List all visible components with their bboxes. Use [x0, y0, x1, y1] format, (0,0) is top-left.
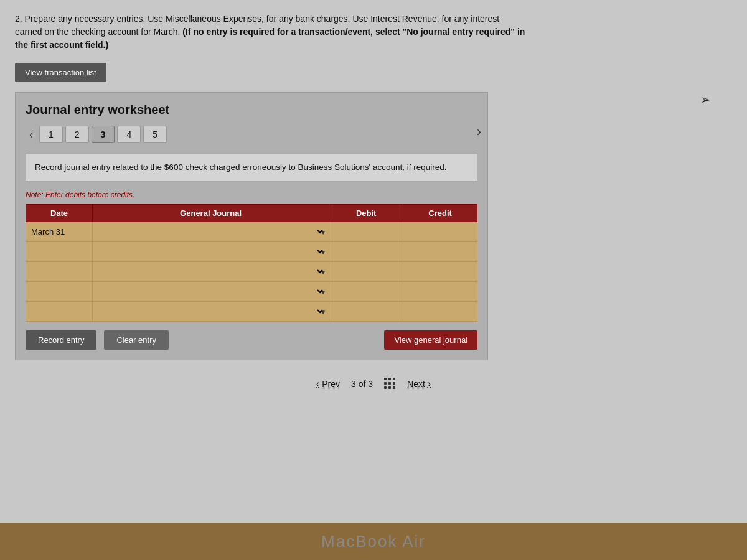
debit-input-4[interactable] [333, 287, 399, 296]
journal-cell-3[interactable]: ▼ [92, 262, 329, 282]
tab-navigation: ‹ 1 2 3 4 5 [26, 126, 477, 143]
credit-input-3[interactable] [407, 267, 473, 276]
pagination-bar: Prev 3 of 3 Next [15, 378, 732, 390]
tab-4[interactable]: 4 [117, 126, 141, 143]
col-header-credit: Credit [403, 205, 477, 222]
date-cell-4 [26, 282, 93, 302]
journal-select-3[interactable] [96, 266, 325, 277]
debit-cell-2[interactable] [329, 242, 403, 262]
page-count: 3 of 3 [351, 379, 373, 389]
credit-input-5[interactable] [407, 307, 473, 316]
record-description: Record journal entry related to the $600… [26, 153, 477, 182]
macbook-bar: MacBook Air [0, 523, 747, 560]
tab-5[interactable]: 5 [143, 126, 167, 143]
bottom-buttons: Record entry Clear entry View general jo… [26, 330, 477, 350]
date-cell-1: March 31 [26, 222, 93, 242]
credit-cell-2[interactable] [403, 242, 477, 262]
credit-cell-3[interactable] [403, 262, 477, 282]
prev-label: Prev [322, 379, 340, 389]
debit-input-2[interactable] [333, 247, 399, 256]
macbook-label: MacBook Air [321, 532, 426, 551]
debit-cell-1[interactable] [329, 222, 403, 242]
tab-1[interactable]: 1 [39, 126, 63, 143]
table-row: ▼ [26, 262, 477, 282]
journal-table: Date General Journal Debit Credit March … [26, 204, 477, 322]
debit-input-3[interactable] [333, 267, 399, 276]
credit-input-2[interactable] [407, 247, 473, 256]
debit-cell-3[interactable] [329, 262, 403, 282]
debit-cell-4[interactable] [329, 282, 403, 302]
prev-button[interactable]: Prev [316, 378, 340, 390]
table-row: ▼ [26, 282, 477, 302]
journal-select-1[interactable]: No journal entry required Cash Miscellan… [96, 226, 325, 237]
journal-cell-1[interactable]: No journal entry required Cash Miscellan… [92, 222, 329, 242]
date-cell-2 [26, 242, 93, 262]
of-label: of [359, 379, 366, 389]
worksheet-next-arrow[interactable]: › [477, 124, 481, 140]
record-entry-button[interactable]: Record entry [26, 330, 96, 350]
date-cell-5 [26, 302, 93, 322]
table-row: March 31 No journal entry required Cash … [26, 222, 477, 242]
clear-entry-button[interactable]: Clear entry [104, 330, 169, 350]
col-header-debit: Debit [329, 205, 403, 222]
journal-select-2[interactable]: No journal entry required Cash Miscellan… [96, 246, 325, 257]
worksheet-title: Journal entry worksheet [26, 103, 477, 117]
cursor-icon: ➢ [700, 92, 711, 107]
credit-cell-5[interactable] [403, 302, 477, 322]
table-row: No journal entry required Cash Miscellan… [26, 242, 477, 262]
next-button[interactable]: Next [407, 378, 431, 390]
debit-input-5[interactable] [333, 307, 399, 316]
credit-input-1[interactable] [407, 227, 473, 236]
main-container: 2. Prepare any necessary entries. Use Mi… [0, 0, 747, 523]
journal-select-5[interactable] [96, 306, 325, 317]
credit-input-4[interactable] [407, 287, 473, 296]
worksheet-panel: › Journal entry worksheet ‹ 1 2 3 4 5 Re… [15, 92, 488, 360]
col-header-general-journal: General Journal [92, 205, 329, 222]
instruction-text: 2. Prepare any necessary entries. Use Mi… [15, 12, 525, 52]
credit-cell-1[interactable] [403, 222, 477, 242]
next-label: Next [407, 379, 425, 389]
view-general-journal-button[interactable]: View general journal [384, 330, 477, 350]
journal-cell-5[interactable]: ▼ [92, 302, 329, 322]
date-cell-3 [26, 262, 93, 282]
current-page: 3 [351, 379, 356, 389]
journal-cell-2[interactable]: No journal entry required Cash Miscellan… [92, 242, 329, 262]
credit-cell-4[interactable] [403, 282, 477, 302]
debit-cell-5[interactable] [329, 302, 403, 322]
journal-select-4[interactable] [96, 286, 325, 297]
total-pages: 3 [368, 379, 373, 389]
tab-3[interactable]: 3 [92, 126, 115, 143]
tab-prev-arrow[interactable]: ‹ [26, 127, 37, 142]
grid-icon [384, 378, 396, 390]
col-header-date: Date [26, 205, 93, 222]
tab-2[interactable]: 2 [65, 126, 89, 143]
journal-cell-4[interactable]: ▼ [92, 282, 329, 302]
table-row: ▼ [26, 302, 477, 322]
view-transaction-button[interactable]: View transaction list [15, 63, 106, 82]
debit-input-1[interactable] [333, 227, 399, 236]
note-text: Note: Enter debits before credits. [26, 190, 477, 199]
